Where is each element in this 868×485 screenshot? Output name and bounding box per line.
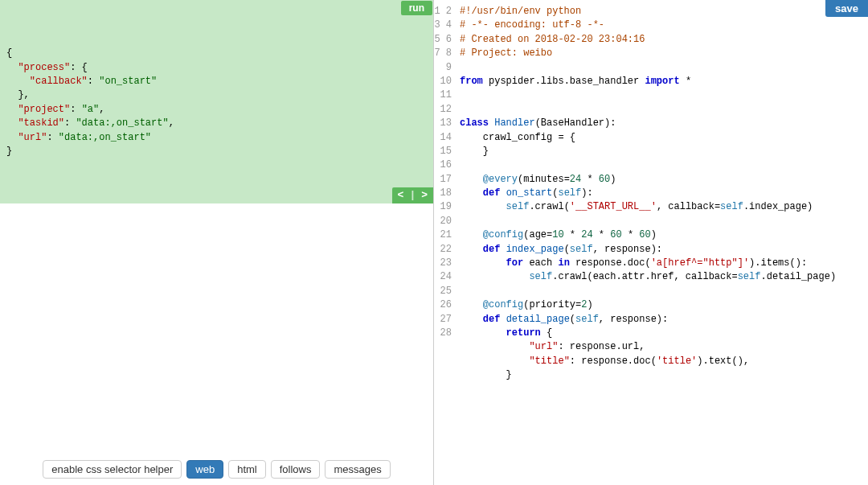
tab-follows[interactable]: follows xyxy=(271,460,321,479)
prev-button[interactable]: < xyxy=(392,187,410,204)
tab-web[interactable]: web xyxy=(186,460,223,479)
task-nav: < | > xyxy=(392,187,433,204)
task-panel: run { "process": { "callback": "on_start… xyxy=(0,0,433,203)
line-gutter: 1 2 3 4 5 6 7 8 9 10 11 12 13 14 15 16 1… xyxy=(434,0,457,485)
tab-enable-css-selector-helper[interactable]: enable css selector helper xyxy=(43,460,182,479)
next-button[interactable]: > xyxy=(416,187,433,204)
left-pane: run { "process": { "callback": "on_start… xyxy=(0,0,434,485)
tab-messages[interactable]: messages xyxy=(325,460,390,479)
tab-html[interactable]: html xyxy=(228,460,266,479)
bottom-tabs: enable css selector helperwebhtmlfollows… xyxy=(0,460,433,479)
nav-separator: | xyxy=(409,187,416,204)
run-button[interactable]: run xyxy=(401,1,432,15)
right-pane: save 1 2 3 4 5 6 7 8 9 10 11 12 13 14 15… xyxy=(434,0,868,485)
code-editor[interactable]: #!/usr/bin/env python # -*- encoding: ut… xyxy=(457,0,868,485)
preview-area xyxy=(0,203,433,485)
save-button[interactable]: save xyxy=(825,0,868,17)
task-json: { "process": { "callback": "on_start" },… xyxy=(6,47,427,158)
